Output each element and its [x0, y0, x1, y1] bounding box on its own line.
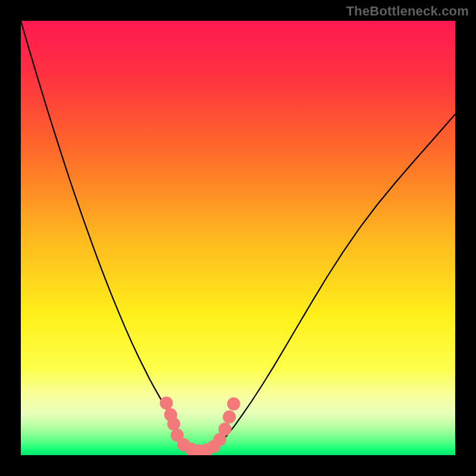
valley-marker-dot — [218, 422, 231, 436]
valley-marker-dot — [223, 411, 236, 424]
chart-frame: TheBottleneck.com — [0, 0, 476, 476]
plot-area — [21, 21, 455, 455]
watermark-text: TheBottleneck.com — [346, 4, 469, 19]
bottleneck-curve — [21, 21, 455, 451]
valley-marker-dot — [167, 417, 180, 430]
valley-marker-dot — [227, 397, 240, 411]
bottleneck-curve-path — [21, 21, 455, 451]
valley-markers — [160, 396, 240, 455]
valley-marker-dot — [160, 396, 173, 409]
curve-layer — [21, 21, 455, 455]
